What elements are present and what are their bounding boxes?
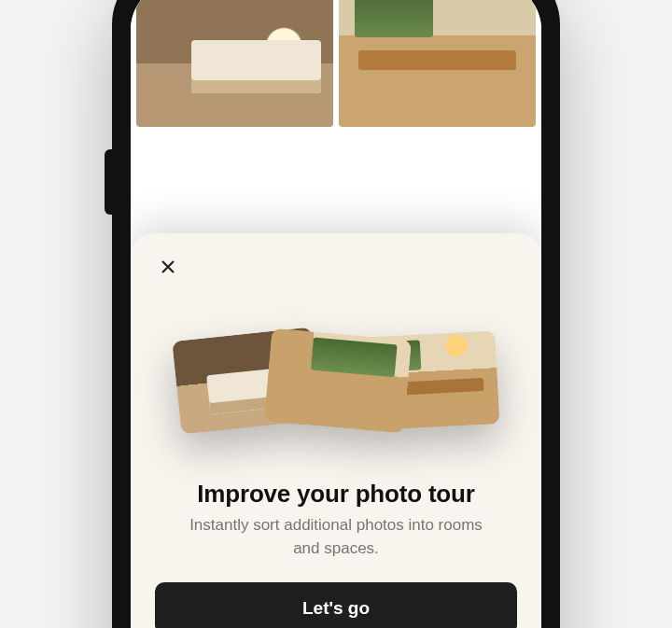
collage-card-kitchen: [264, 328, 412, 434]
photo-collage: [182, 306, 490, 455]
lets-go-button[interactable]: Let's go: [155, 582, 517, 628]
close-button[interactable]: [155, 254, 181, 280]
phone-frame: Improve your photo tour Instantly sort a…: [112, 0, 560, 628]
modal-title: Improve your photo tour: [155, 480, 517, 509]
grid-thumb-bedroom[interactable]: [136, 0, 333, 127]
close-icon: [161, 259, 175, 274]
modal-subtitle: Instantly sort additional photos into ro…: [175, 514, 497, 560]
phone-screen: Improve your photo tour Instantly sort a…: [131, 0, 541, 628]
bottom-sheet: Improve your photo tour Instantly sort a…: [131, 233, 541, 628]
grid-thumb-dining[interactable]: [339, 0, 536, 127]
